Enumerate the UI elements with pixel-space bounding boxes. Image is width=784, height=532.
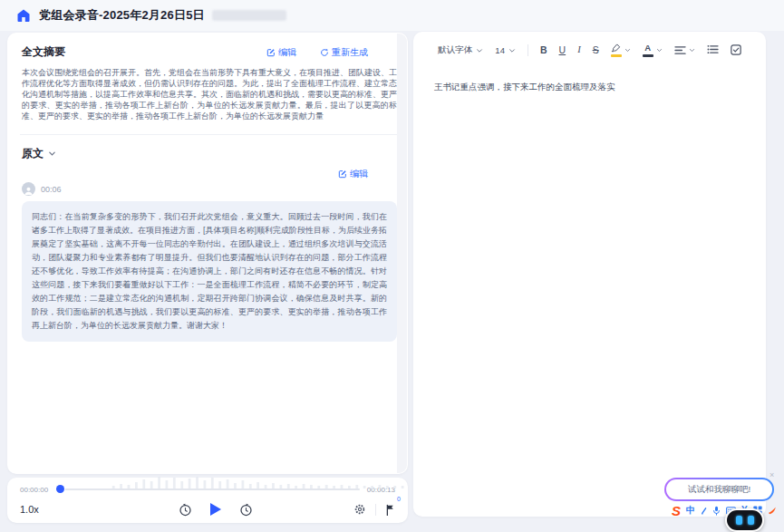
transcript-bubble: 同志们：在当前复杂多变的形势下，我们召开此次党组会，意义重大。回顾过去一段时间，… [22, 201, 397, 342]
underline-button[interactable]: U [559, 45, 566, 55]
highlight-color-dropdown[interactable] [611, 44, 631, 57]
text-color-letter: A [644, 44, 651, 53]
transcript-edit-button[interactable]: 编辑 [338, 168, 368, 180]
transcript-edit-label: 编辑 [350, 168, 368, 180]
mic-icon[interactable] [712, 505, 721, 517]
page-title: 党组会录音-2025年2月26日5日 [39, 7, 205, 24]
progress-line [55, 488, 360, 490]
summary-regenerate-button[interactable]: 重新生成 [320, 46, 368, 59]
sogou-logo[interactable]: S [672, 504, 681, 517]
bold-button[interactable]: B [540, 45, 547, 55]
edit-icon [338, 169, 347, 179]
current-time: 00:00:00 [20, 486, 48, 494]
list-icon [707, 44, 719, 54]
checkbox-icon [731, 44, 741, 55]
notes-editor-panel: 默认字体 14 B U I S A [413, 32, 766, 517]
chevron-down-icon [508, 47, 516, 54]
text-color-dropdown[interactable]: A [643, 44, 663, 57]
toolbar-divider [528, 44, 528, 56]
highlighter-icon [611, 44, 622, 57]
checkbox-button[interactable] [731, 44, 741, 57]
alignment-dropdown[interactable] [674, 45, 695, 55]
highlight-color-bar [611, 54, 622, 57]
font-size-label: 14 [495, 45, 505, 55]
app-header: 党组会录音-2025年2月26日5日 [0, 0, 784, 31]
play-button[interactable] [210, 503, 221, 516]
transport-controls [78, 503, 353, 517]
summary-actions: 编辑 重新生成 [266, 46, 368, 59]
font-size-dropdown[interactable]: 14 [495, 45, 516, 55]
transcript-panel: 全文摘要 编辑 重新生成 本次会议围绕党组会的召开展开。首先，党组会在当前形势下… [7, 33, 408, 474]
font-family-label: 默认字体 [438, 44, 472, 56]
edit-icon [266, 48, 276, 57]
person-icon [24, 186, 34, 196]
segment-timestamp[interactable]: 00:06 [41, 185, 62, 194]
ai-assistant-robot[interactable] [725, 508, 764, 532]
transcript-edit-row: 编辑 [22, 168, 368, 180]
font-family-dropdown[interactable]: 默认字体 [438, 44, 483, 56]
chevron-down-icon [476, 47, 483, 54]
settings-gear-icon[interactable] [353, 503, 366, 516]
editor-text-area[interactable]: 王书记重点强调，接下来工作的全面梳理及落实 [434, 80, 742, 94]
speaker-avatar [22, 182, 35, 196]
summary-edit-label: 编辑 [278, 46, 296, 59]
flag-icon [385, 504, 395, 516]
robot-eye-icon [736, 516, 742, 525]
section-divider [20, 134, 399, 135]
summary-edit-button[interactable]: 编辑 [266, 46, 296, 59]
handwriting-icon[interactable] [701, 507, 707, 515]
original-heading: 原文 [22, 146, 44, 161]
progress-track[interactable] [55, 483, 360, 496]
summary-heading: 全文摘要 [22, 44, 65, 60]
summary-regenerate-label: 重新生成 [332, 46, 368, 59]
align-left-icon [674, 45, 686, 55]
speaker-meta-row: 00:06 [22, 182, 393, 196]
list-button[interactable] [707, 44, 719, 56]
waveform [110, 476, 414, 488]
input-mode-icon[interactable]: 中 [686, 506, 695, 515]
skip-forward-icon[interactable] [239, 503, 253, 517]
chevron-down-icon [689, 47, 695, 53]
italic-button[interactable]: I [577, 45, 581, 55]
skip-back-icon[interactable] [179, 503, 192, 517]
chevron-down-icon [656, 47, 663, 53]
progress-row: 00:00:00 00:00:13 [7, 483, 408, 496]
text-color-icon: A [643, 44, 653, 57]
refresh-icon [320, 48, 329, 57]
vertical-divider [375, 504, 376, 516]
progress-handle[interactable] [56, 485, 64, 493]
controls-row: 1.0x 0 [20, 501, 395, 517]
editor-toolbar: 默认字体 14 B U I S A [413, 32, 766, 57]
summary-header-row: 全文摘要 编辑 重新生成 [22, 44, 393, 60]
scrollbar-track[interactable] [397, 34, 407, 473]
chevron-down-icon [624, 47, 631, 53]
original-heading-row[interactable]: 原文 [22, 146, 393, 161]
close-icon[interactable]: × [769, 470, 774, 479]
audio-player: 00:00:00 00:00:13 1.0x [7, 478, 408, 523]
assistant-chat-bubble[interactable]: 试试和我聊聊吧! [664, 478, 774, 501]
flag-marker-button[interactable]: 0 [385, 504, 395, 516]
summary-text: 本次会议围绕党组会的召开展开。首先，党组会在当前形势下具有重大意义，在项目推进、… [22, 67, 397, 121]
player-right-controls: 0 [353, 503, 395, 516]
home-icon[interactable] [16, 8, 31, 23]
text-color-bar [643, 54, 653, 57]
robot-eye-icon [748, 516, 754, 525]
strikethrough-button[interactable]: S [593, 45, 599, 55]
skin-brush-icon[interactable] [768, 506, 777, 515]
chevron-down-icon [48, 150, 56, 158]
playback-speed-button[interactable]: 1.0x [20, 504, 78, 515]
title-redaction-blur [212, 10, 286, 21]
